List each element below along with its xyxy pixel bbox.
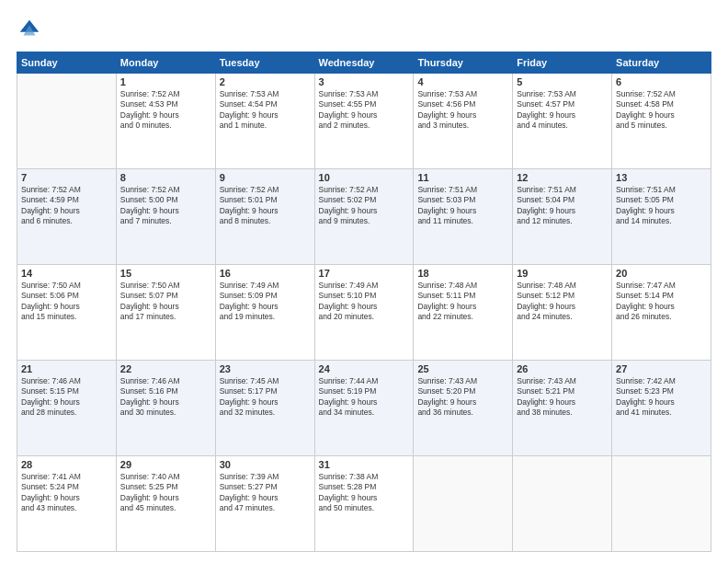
- day-info: Sunrise: 7:46 AM Sunset: 5:15 PM Dayligh…: [21, 376, 112, 419]
- day-info: Sunrise: 7:48 AM Sunset: 5:12 PM Dayligh…: [517, 281, 608, 323]
- day-cell: 29Sunrise: 7:40 AM Sunset: 5:25 PM Dayli…: [116, 456, 215, 552]
- day-cell: 22Sunrise: 7:46 AM Sunset: 5:16 PM Dayli…: [116, 361, 215, 456]
- day-info: Sunrise: 7:39 AM Sunset: 5:27 PM Dayligh…: [220, 472, 311, 514]
- day-cell: 10Sunrise: 7:52 AM Sunset: 5:02 PM Dayli…: [314, 169, 414, 265]
- day-number: 1: [120, 76, 211, 87]
- day-info: Sunrise: 7:52 AM Sunset: 5:00 PM Dayligh…: [120, 185, 211, 227]
- col-header-sunday: Sunday: [17, 52, 117, 74]
- day-cell: 15Sunrise: 7:50 AM Sunset: 5:07 PM Dayli…: [116, 265, 215, 361]
- day-info: Sunrise: 7:40 AM Sunset: 5:25 PM Dayligh…: [120, 472, 211, 514]
- day-cell: 25Sunrise: 7:43 AM Sunset: 5:20 PM Dayli…: [414, 361, 513, 456]
- day-cell: 26Sunrise: 7:43 AM Sunset: 5:21 PM Dayli…: [513, 361, 612, 456]
- day-number: 21: [21, 363, 112, 374]
- day-number: 6: [616, 76, 707, 87]
- col-header-friday: Friday: [513, 52, 612, 74]
- day-cell: 28Sunrise: 7:41 AM Sunset: 5:24 PM Dayli…: [17, 456, 117, 552]
- day-cell: 19Sunrise: 7:48 AM Sunset: 5:12 PM Dayli…: [513, 265, 612, 361]
- day-cell: 6Sunrise: 7:52 AM Sunset: 4:58 PM Daylig…: [612, 74, 711, 169]
- day-cell: 9Sunrise: 7:52 AM Sunset: 5:01 PM Daylig…: [215, 169, 314, 265]
- day-info: Sunrise: 7:43 AM Sunset: 5:20 PM Dayligh…: [417, 376, 508, 419]
- day-info: Sunrise: 7:46 AM Sunset: 5:16 PM Dayligh…: [120, 376, 211, 419]
- day-cell: [17, 74, 117, 169]
- day-cell: 1Sunrise: 7:52 AM Sunset: 4:53 PM Daylig…: [116, 74, 215, 169]
- day-number: 12: [517, 172, 608, 183]
- day-number: 28: [21, 459, 112, 470]
- day-cell: 5Sunrise: 7:53 AM Sunset: 4:57 PM Daylig…: [513, 74, 612, 169]
- day-info: Sunrise: 7:53 AM Sunset: 4:56 PM Dayligh…: [417, 89, 508, 132]
- day-cell: 18Sunrise: 7:48 AM Sunset: 5:11 PM Dayli…: [414, 265, 513, 361]
- day-cell: 3Sunrise: 7:53 AM Sunset: 4:55 PM Daylig…: [314, 74, 414, 169]
- day-info: Sunrise: 7:48 AM Sunset: 5:11 PM Dayligh…: [417, 281, 508, 323]
- day-number: 17: [319, 268, 410, 279]
- day-info: Sunrise: 7:53 AM Sunset: 4:54 PM Dayligh…: [220, 89, 311, 132]
- col-header-tuesday: Tuesday: [215, 52, 314, 74]
- day-number: 13: [616, 172, 707, 183]
- day-info: Sunrise: 7:45 AM Sunset: 5:17 PM Dayligh…: [220, 376, 311, 419]
- week-row-2: 7Sunrise: 7:52 AM Sunset: 4:59 PM Daylig…: [17, 169, 711, 265]
- day-info: Sunrise: 7:50 AM Sunset: 5:07 PM Dayligh…: [120, 281, 211, 323]
- day-number: 10: [319, 172, 410, 183]
- day-number: 15: [120, 268, 211, 279]
- day-info: Sunrise: 7:53 AM Sunset: 4:57 PM Dayligh…: [517, 89, 608, 132]
- week-row-1: 1Sunrise: 7:52 AM Sunset: 4:53 PM Daylig…: [17, 74, 711, 169]
- day-info: Sunrise: 7:52 AM Sunset: 5:01 PM Dayligh…: [220, 185, 311, 227]
- day-info: Sunrise: 7:51 AM Sunset: 5:05 PM Dayligh…: [616, 185, 707, 227]
- day-cell: [513, 456, 612, 552]
- day-cell: 2Sunrise: 7:53 AM Sunset: 4:54 PM Daylig…: [215, 74, 314, 169]
- day-number: 9: [220, 172, 311, 183]
- col-header-monday: Monday: [116, 52, 215, 74]
- day-info: Sunrise: 7:52 AM Sunset: 4:58 PM Dayligh…: [616, 89, 707, 132]
- day-info: Sunrise: 7:53 AM Sunset: 4:55 PM Dayligh…: [319, 89, 410, 132]
- day-info: Sunrise: 7:41 AM Sunset: 5:24 PM Dayligh…: [21, 472, 112, 514]
- day-number: 2: [220, 76, 311, 87]
- day-info: Sunrise: 7:43 AM Sunset: 5:21 PM Dayligh…: [517, 376, 608, 419]
- day-cell: [414, 456, 513, 552]
- day-cell: 27Sunrise: 7:42 AM Sunset: 5:23 PM Dayli…: [612, 361, 711, 456]
- day-cell: 13Sunrise: 7:51 AM Sunset: 5:05 PM Dayli…: [612, 169, 711, 265]
- day-number: 8: [120, 172, 211, 183]
- header: [17, 17, 711, 42]
- day-info: Sunrise: 7:47 AM Sunset: 5:14 PM Dayligh…: [616, 281, 707, 323]
- header-row: SundayMondayTuesdayWednesdayThursdayFrid…: [17, 52, 711, 74]
- day-number: 16: [220, 268, 311, 279]
- day-cell: 11Sunrise: 7:51 AM Sunset: 5:03 PM Dayli…: [414, 169, 513, 265]
- day-cell: 21Sunrise: 7:46 AM Sunset: 5:15 PM Dayli…: [17, 361, 117, 456]
- day-number: 18: [417, 268, 508, 279]
- page: SundayMondayTuesdayWednesdayThursdayFrid…: [0, 0, 728, 563]
- day-number: 29: [120, 459, 211, 470]
- day-cell: 20Sunrise: 7:47 AM Sunset: 5:14 PM Dayli…: [612, 265, 711, 361]
- day-info: Sunrise: 7:49 AM Sunset: 5:09 PM Dayligh…: [220, 281, 311, 323]
- day-number: 26: [517, 363, 608, 374]
- day-cell: 12Sunrise: 7:51 AM Sunset: 5:04 PM Dayli…: [513, 169, 612, 265]
- col-header-wednesday: Wednesday: [314, 52, 414, 74]
- day-cell: 14Sunrise: 7:50 AM Sunset: 5:06 PM Dayli…: [17, 265, 117, 361]
- day-number: 22: [120, 363, 211, 374]
- day-info: Sunrise: 7:38 AM Sunset: 5:28 PM Dayligh…: [319, 472, 410, 514]
- week-row-5: 28Sunrise: 7:41 AM Sunset: 5:24 PM Dayli…: [17, 456, 711, 552]
- calendar-table: SundayMondayTuesdayWednesdayThursdayFrid…: [17, 52, 711, 552]
- day-info: Sunrise: 7:51 AM Sunset: 5:03 PM Dayligh…: [417, 185, 508, 227]
- day-number: 24: [319, 363, 410, 374]
- day-number: 25: [417, 363, 508, 374]
- day-number: 31: [319, 459, 410, 470]
- day-number: 19: [517, 268, 608, 279]
- day-cell: 31Sunrise: 7:38 AM Sunset: 5:28 PM Dayli…: [314, 456, 414, 552]
- day-cell: 8Sunrise: 7:52 AM Sunset: 5:00 PM Daylig…: [116, 169, 215, 265]
- day-info: Sunrise: 7:42 AM Sunset: 5:23 PM Dayligh…: [616, 376, 707, 419]
- day-number: 14: [21, 268, 112, 279]
- day-number: 23: [220, 363, 311, 374]
- day-number: 20: [616, 268, 707, 279]
- day-number: 30: [220, 459, 311, 470]
- day-info: Sunrise: 7:52 AM Sunset: 5:02 PM Dayligh…: [319, 185, 410, 227]
- day-cell: 7Sunrise: 7:52 AM Sunset: 4:59 PM Daylig…: [17, 169, 117, 265]
- day-cell: 30Sunrise: 7:39 AM Sunset: 5:27 PM Dayli…: [215, 456, 314, 552]
- day-cell: 17Sunrise: 7:49 AM Sunset: 5:10 PM Dayli…: [314, 265, 414, 361]
- day-number: 7: [21, 172, 112, 183]
- day-number: 11: [417, 172, 508, 183]
- day-number: 27: [616, 363, 707, 374]
- week-row-3: 14Sunrise: 7:50 AM Sunset: 5:06 PM Dayli…: [17, 265, 711, 361]
- day-cell: 4Sunrise: 7:53 AM Sunset: 4:56 PM Daylig…: [414, 74, 513, 169]
- day-info: Sunrise: 7:52 AM Sunset: 4:53 PM Dayligh…: [120, 89, 211, 132]
- col-header-thursday: Thursday: [414, 52, 513, 74]
- day-number: 4: [417, 76, 508, 87]
